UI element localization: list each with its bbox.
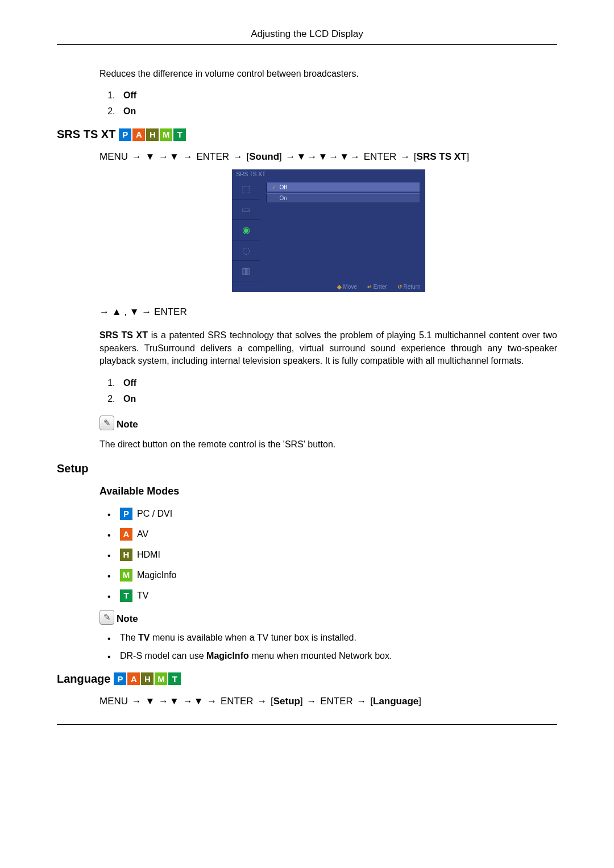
srs-nav-path: MENU → ▼ →▼ → ENTER → [Sound] →▼→▼→▼→ EN… — [99, 151, 557, 163]
header-title: Adjusting the LCD Display — [251, 28, 363, 39]
badge-row: P A H M T — [114, 672, 181, 685]
srs-note-text: The direct button on the remote control … — [99, 438, 557, 451]
badge-p-icon: P — [119, 128, 131, 141]
badge-a-icon: A — [127, 672, 140, 685]
note-item: DR-S model can use MagicInfo menu when m… — [104, 651, 557, 661]
osd-main: ✓Off On — [260, 179, 425, 281]
language-section-title: Language P A H M T — [57, 672, 557, 686]
osd-sidebar: ⬚ ▭ ◉ ◌ ▥ — [232, 179, 260, 281]
osd-picture-icon: ⬚ — [232, 179, 260, 200]
options-list-1: Off On — [118, 90, 557, 117]
badge-t-icon: T — [120, 589, 132, 602]
options-list-2: Off On — [118, 378, 557, 404]
osd-setup-icon: ◌ — [232, 240, 260, 261]
list-item: On — [118, 106, 557, 117]
badge-m-icon: M — [120, 569, 132, 582]
srs-nav-after: → ▲ , ▼ → ENTER — [99, 306, 557, 318]
osd-screenshot: SRS TS XT ⬚ ▭ ◉ ◌ ▥ ✓Off On ◆ Move ↵ Ent… — [232, 169, 425, 292]
badge-m-icon: M — [155, 672, 167, 685]
page-footer — [57, 724, 557, 725]
badge-t-icon: T — [173, 128, 186, 141]
note-icon: ✎ — [99, 416, 114, 430]
badge-m-icon: M — [160, 128, 172, 141]
badge-t-icon: T — [168, 672, 181, 685]
badge-p-icon: P — [114, 672, 126, 685]
badge-p-icon: P — [120, 508, 132, 520]
modes-list: PPC / DVI AAV HHDMI MMagicInfo TTV — [104, 508, 557, 602]
setup-notes: The TV menu is available when a TV tuner… — [104, 633, 557, 661]
available-modes-title: Available Modes — [99, 485, 557, 497]
badge-a-icon: A — [132, 128, 145, 141]
badge-h-icon: H — [146, 128, 159, 141]
mode-item: TTV — [104, 589, 557, 602]
mode-item: PPC / DVI — [104, 508, 557, 520]
osd-footer: ◆ Move ↵ Enter ↺ Return — [232, 281, 425, 292]
mode-item: AAV — [104, 528, 557, 541]
language-nav-path: MENU → ▼ →▼ →▼ → ENTER → [Setup] → ENTER… — [99, 696, 557, 707]
badge-h-icon: H — [141, 672, 154, 685]
note-heading: ✎ Note — [99, 610, 557, 625]
badge-h-icon: H — [120, 549, 132, 561]
mode-item: HHDMI — [104, 549, 557, 561]
list-item: Off — [118, 90, 557, 101]
page-header: Adjusting the LCD Display — [57, 28, 557, 45]
setup-section-title: Setup — [57, 462, 557, 475]
osd-multi-icon: ▥ — [232, 261, 260, 281]
badge-a-icon: A — [120, 528, 132, 541]
osd-selected-icon: ◉ — [232, 220, 260, 240]
list-item: Off — [118, 378, 557, 388]
note-item: The TV menu is available when a TV tuner… — [104, 633, 557, 643]
osd-option-on: On — [266, 193, 420, 202]
srs-section-title: SRS TS XT P A H M T — [57, 128, 557, 141]
osd-title: SRS TS XT — [232, 169, 425, 179]
osd-option-off: ✓Off — [266, 182, 420, 192]
intro-text: Reduces the difference in volume control… — [99, 68, 557, 80]
osd-sound-icon: ▭ — [232, 200, 260, 220]
mode-item: MMagicInfo — [104, 569, 557, 582]
list-item: On — [118, 394, 557, 404]
note-heading: ✎ Note — [99, 416, 557, 430]
note-icon: ✎ — [99, 610, 114, 625]
srs-description: SRS TS XT is a patented SRS technology t… — [99, 329, 557, 367]
badge-row: P A H M T — [119, 128, 186, 141]
